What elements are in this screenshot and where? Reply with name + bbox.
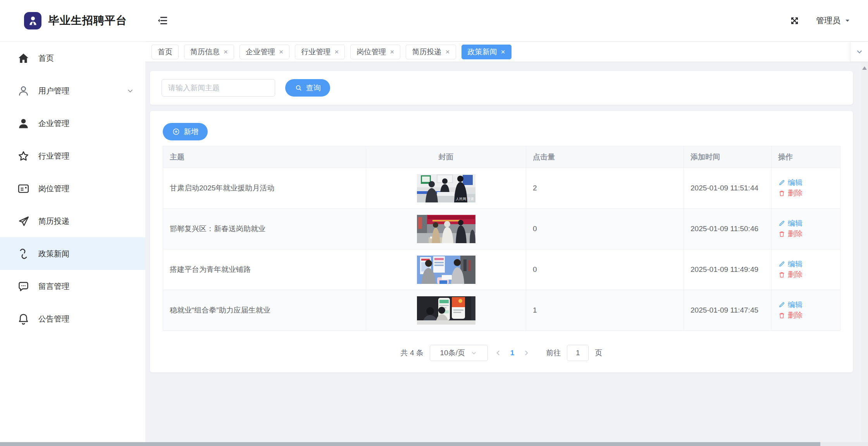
- tab-industry-management[interactable]: 行业管理×: [295, 45, 345, 59]
- tab-company-management[interactable]: 企业管理×: [239, 45, 289, 59]
- sidebar-collapse-button[interactable]: [157, 15, 169, 26]
- sidebar-item-notice-management[interactable]: 公告管理: [0, 303, 145, 335]
- sidebar-item-label: 简历投递: [38, 216, 69, 226]
- sidebar-item-resume-delivery[interactable]: 简历投递: [0, 205, 145, 237]
- edit-button[interactable]: 编辑: [778, 300, 803, 310]
- chevron-down-icon: [126, 86, 134, 95]
- vertical-scrollbar[interactable]: [861, 62, 868, 442]
- delete-button[interactable]: 删除: [778, 229, 803, 239]
- page-unit: 页: [595, 348, 602, 358]
- sidebar-item-label: 岗位管理: [38, 183, 69, 194]
- sidebar-item-user-management[interactable]: 用户管理: [0, 74, 145, 107]
- home-icon: [17, 52, 30, 65]
- pagination-total: 共 4 条: [401, 348, 424, 358]
- sidebar-item-job-management[interactable]: 岗位管理: [0, 172, 145, 205]
- sidebar-item-company-management[interactable]: 企业管理: [0, 107, 145, 140]
- edit-button[interactable]: 编辑: [778, 259, 803, 269]
- news-cover-image: 人民网 甘肃: [417, 174, 475, 202]
- news-panel: 新增 主题封面点击量添加时间操作 甘肃启动2025年就业援助月活动人民网 甘肃2…: [150, 111, 853, 372]
- delete-button[interactable]: 删除: [778, 270, 803, 280]
- caret-down-icon: [844, 17, 851, 24]
- news-cover-cell: [366, 249, 526, 290]
- page-size-value: 10条/页: [440, 348, 465, 358]
- column-header-0: 主题: [163, 146, 366, 168]
- actions-cell: 编辑删除: [772, 168, 840, 209]
- tab-resume-info[interactable]: 简历信息×: [184, 45, 234, 59]
- tab-resume-delivery[interactable]: 简历投递×: [406, 45, 456, 59]
- tabs-dropdown-button[interactable]: [850, 42, 868, 61]
- tab-policy-news[interactable]: 政策新闻×: [462, 45, 512, 59]
- current-page[interactable]: 1: [509, 349, 516, 357]
- app-title: 毕业生招聘平台: [48, 13, 127, 28]
- column-header-1: 封面: [366, 146, 526, 168]
- plus-circle-icon: [172, 128, 180, 136]
- search-icon: [294, 84, 303, 92]
- pencil-icon: [778, 220, 785, 227]
- news-title-cell: 邯郸复兴区：新春送岗助就业: [163, 209, 366, 249]
- news-cover-cell: 人民网 甘肃: [366, 168, 526, 209]
- tab-job-management[interactable]: 岗位管理×: [350, 45, 400, 59]
- tabbar: 首页简历信息×企业管理×行业管理×岗位管理×简历投递×政策新闻×: [145, 42, 868, 62]
- table-row: 邯郸复兴区：新春送岗助就业02025-01-09 11:50:46编辑删除: [163, 209, 840, 249]
- app-logo-icon: [24, 12, 41, 29]
- scroll-up-arrow[interactable]: [862, 66, 867, 70]
- tab-label: 简历投递: [412, 47, 441, 57]
- clicks-cell: 2: [526, 168, 684, 209]
- column-header-4: 操作: [772, 146, 840, 168]
- search-button-label: 查询: [306, 83, 321, 93]
- edit-button[interactable]: 编辑: [778, 178, 803, 188]
- edit-button[interactable]: 编辑: [778, 218, 803, 228]
- horizontal-scrollbar-thumb[interactable]: [0, 442, 820, 446]
- news-cover-image: [417, 296, 475, 325]
- search-input[interactable]: [162, 79, 275, 97]
- close-icon[interactable]: ×: [501, 48, 505, 55]
- table-header-row: 主题封面点击量添加时间操作: [163, 146, 840, 168]
- sidebar-item-label: 用户管理: [38, 86, 69, 96]
- close-icon[interactable]: ×: [224, 48, 228, 55]
- horizontal-scrollbar[interactable]: [0, 442, 868, 446]
- time-cell: 2025-01-09 11:50:46: [684, 209, 772, 249]
- close-icon[interactable]: ×: [334, 48, 339, 55]
- header-actions: 管理员: [789, 15, 851, 26]
- star-icon: [17, 150, 30, 162]
- time-cell: 2025-01-09 11:51:44: [684, 168, 772, 209]
- trash-icon: [778, 190, 785, 197]
- chat-icon: [17, 280, 30, 293]
- trash-icon: [778, 271, 785, 278]
- page-size-select[interactable]: 10条/页: [430, 345, 488, 361]
- close-icon[interactable]: ×: [445, 48, 450, 55]
- news-title-cell: 搭建平台为青年就业铺路: [163, 249, 366, 290]
- close-icon[interactable]: ×: [279, 48, 283, 55]
- tab-home[interactable]: 首页: [152, 45, 179, 59]
- prev-page-button[interactable]: [494, 349, 503, 357]
- sidebar-item-policy-news[interactable]: 政策新闻: [0, 237, 145, 270]
- time-cell: 2025-01-09 11:47:45: [684, 290, 772, 331]
- sidebar-item-label: 行业管理: [38, 151, 69, 161]
- clicks-cell: 1: [526, 290, 684, 331]
- goto-label: 前往: [546, 348, 561, 358]
- delete-button[interactable]: 删除: [778, 188, 803, 198]
- delete-button[interactable]: 删除: [778, 310, 803, 320]
- next-page-button[interactable]: [522, 349, 530, 357]
- bell-icon: [17, 313, 30, 325]
- add-button-label: 新增: [184, 127, 198, 137]
- sidebar-item-label: 政策新闻: [38, 249, 69, 259]
- fullscreen-button[interactable]: [789, 16, 800, 26]
- sidebar-item-industry-management[interactable]: 行业管理: [0, 140, 145, 172]
- user-name: 管理员: [816, 15, 840, 26]
- pagination: 共 4 条 10条/页 1 前往 页: [163, 345, 840, 361]
- sidebar-item-home[interactable]: 首页: [0, 42, 145, 74]
- close-icon[interactable]: ×: [390, 48, 394, 55]
- news-cover-cell: [366, 209, 526, 249]
- search-button[interactable]: 查询: [285, 79, 330, 97]
- news-table: 主题封面点击量添加时间操作 甘肃启动2025年就业援助月活动人民网 甘肃2202…: [163, 146, 840, 331]
- sidebar-item-label: 首页: [38, 53, 54, 64]
- goto-page-input[interactable]: [567, 345, 589, 361]
- tab-label: 岗位管理: [356, 47, 386, 57]
- time-cell: 2025-01-09 11:49:49: [684, 249, 772, 290]
- sidebar-item-message-management[interactable]: 留言管理: [0, 270, 145, 303]
- column-header-2: 点击量: [526, 146, 684, 168]
- add-button[interactable]: 新增: [163, 123, 208, 140]
- user-menu[interactable]: 管理员: [816, 15, 851, 26]
- actions-cell: 编辑删除: [772, 209, 840, 249]
